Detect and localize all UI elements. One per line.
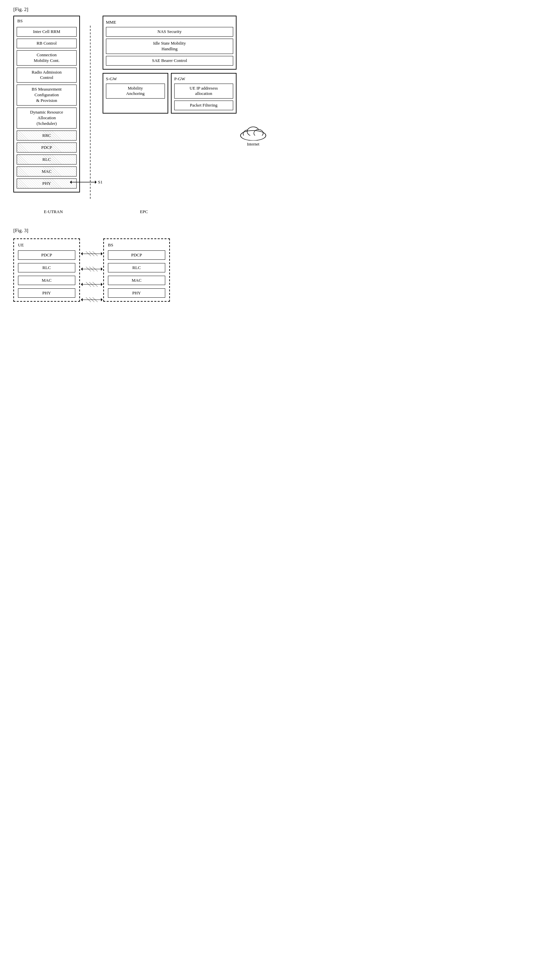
bs-title: BS	[17, 18, 23, 23]
ue-title: UE	[18, 243, 75, 248]
bs-item-dynamic-resource: Dynamic ResourceAllocation(Scheduler)	[17, 108, 77, 128]
arrow-mac	[81, 278, 103, 290]
bs-item-pdcp: PDCP	[17, 143, 77, 153]
bs-item-phy: PHY	[17, 178, 77, 188]
epc-label: EPC	[140, 209, 148, 215]
svg-marker-22	[81, 283, 83, 286]
svg-marker-28	[81, 298, 83, 301]
ue-phy: PHY	[18, 288, 75, 298]
sgw-title: S-GW	[106, 76, 165, 82]
epc-side: MME NAS Security Idle State MobilityHand…	[103, 16, 237, 113]
svg-marker-16	[81, 267, 83, 271]
fig2-section: [Fig. 2] BS Inter Cell RRM RB Control Co…	[13, 7, 267, 215]
bs-item-rrc: RRC	[17, 131, 77, 141]
dashed-separator	[90, 26, 91, 199]
pgw-item-packet-filtering: Packet Filtering	[174, 101, 233, 110]
bs3-box: BS PDCP RLC MAC PHY	[103, 238, 170, 302]
middle-arrows	[80, 238, 103, 306]
bs-items: Inter Cell RRM RB Control ConnectionMobi…	[17, 27, 77, 188]
bs3-rlc: RLC	[108, 263, 165, 272]
svg-rect-7	[242, 136, 265, 141]
ue-rlc: RLC	[18, 263, 75, 272]
bs3-phy: PHY	[108, 288, 165, 298]
fig3-label: [Fig. 3]	[13, 228, 267, 233]
svg-marker-11	[101, 252, 103, 255]
mme-box: MME NAS Security Idle State MobilityHand…	[103, 16, 237, 70]
sgw-item-mobility: MobilityAnchoring	[106, 83, 165, 99]
cloud-svg	[240, 122, 267, 141]
fig2-bottom-labels: E-UTRAN EPC	[13, 209, 267, 215]
arrow-pdcp	[81, 248, 103, 260]
s1-label: S1	[98, 180, 103, 185]
svg-marker-29	[101, 298, 103, 301]
mme-items: NAS Security Idle State MobilityHandling…	[106, 27, 233, 66]
mme-title: MME	[106, 20, 233, 25]
svg-marker-1	[95, 180, 97, 184]
fig3-section: [Fig. 3] UE PDCP RLC MAC PHY	[13, 228, 267, 306]
internet-label: Internet	[247, 142, 259, 147]
eutran-label: E-UTRAN	[20, 209, 87, 215]
bs3-mac: MAC	[108, 276, 165, 285]
gw-row: S-GW MobilityAnchoring P-GW UE IP addres…	[103, 73, 237, 114]
sgw-box: S-GW MobilityAnchoring	[103, 73, 168, 114]
bs-item-mac: MAC	[17, 166, 77, 176]
internet-area: Internet	[240, 122, 267, 147]
pgw-item-ue-ip: UE IP addresessallocation	[174, 83, 233, 99]
bs-item-rlc: RLC	[17, 155, 77, 165]
ue-layers: PDCP RLC MAC PHY	[18, 250, 75, 298]
sgw-items: MobilityAnchoring	[106, 83, 165, 99]
pgw-box: P-GW UE IP addresessallocation Packet Fi…	[171, 73, 237, 114]
bs3-pdcp: PDCP	[108, 250, 165, 260]
bs3-title: BS	[108, 243, 165, 248]
bs3-layers: PDCP RLC MAC PHY	[108, 250, 165, 298]
bs-item-radio-admission: Radio AdmissionControl	[17, 68, 77, 83]
arrow-pdcp-svg	[81, 251, 103, 257]
svg-marker-10	[81, 252, 83, 255]
mme-item-sae-bearer: SAE Bearer Control	[106, 56, 233, 66]
fig3-diagram: UE PDCP RLC MAC PHY	[13, 238, 267, 306]
ue-mac: MAC	[18, 276, 75, 285]
fig2-diagram: BS Inter Cell RRM RB Control ConnectionM…	[13, 16, 267, 193]
bs-item-rb-control: RB Control	[17, 38, 77, 48]
fig2-label: [Fig. 2]	[13, 7, 267, 12]
svg-marker-23	[101, 283, 103, 286]
arrow-phy-svg	[81, 297, 103, 303]
ue-box: UE PDCP RLC MAC PHY	[13, 238, 80, 302]
bs-item-connection-mobility: ConnectionMobility Cont.	[17, 50, 77, 66]
arrow-rlc-svg	[81, 266, 103, 272]
mme-item-idle-state: Idle State MobilityHandling	[106, 38, 233, 54]
arrow-rlc	[81, 263, 103, 275]
mme-item-nas-security: NAS Security	[106, 27, 233, 37]
arrow-phy	[81, 294, 103, 306]
pgw-items: UE IP addresessallocation Packet Filteri…	[174, 83, 233, 111]
arrow-mac-svg	[81, 281, 103, 287]
svg-marker-17	[101, 267, 103, 271]
pgw-title: P-GW	[174, 76, 233, 82]
bs-item-bs-measurement: BS MeasurementConfiguration& Provision	[17, 85, 77, 106]
bs-box: BS Inter Cell RRM RB Control ConnectionM…	[13, 16, 80, 193]
s1-separator: S1	[80, 16, 103, 185]
ue-pdcp: PDCP	[18, 250, 75, 260]
bs-item-inter-cell-rrm: Inter Cell RRM	[17, 27, 77, 37]
